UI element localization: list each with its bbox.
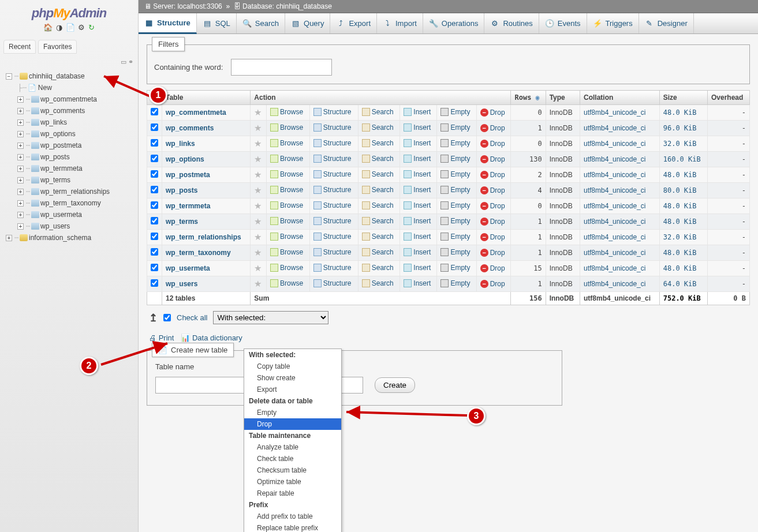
tab-export[interactable]: ⤴Export xyxy=(330,13,377,33)
favorite-icon[interactable]: ★ xyxy=(254,185,262,195)
nav-table[interactable]: +┄ wp_options xyxy=(1,128,137,140)
structure-action[interactable]: Structure xyxy=(313,264,352,272)
with-selected-select[interactable]: With selected: xyxy=(213,311,328,324)
empty-action[interactable]: Empty xyxy=(440,233,470,241)
docs-icon[interactable]: 📄 xyxy=(66,23,75,32)
favorite-icon[interactable]: ★ xyxy=(254,107,262,117)
row-checkbox[interactable] xyxy=(151,123,158,131)
empty-action[interactable]: Empty xyxy=(440,217,470,225)
insert-action[interactable]: Insert xyxy=(404,155,431,163)
col-overhead[interactable]: Overhead xyxy=(707,91,749,105)
row-checkbox[interactable] xyxy=(151,233,158,240)
favorite-icon[interactable]: ★ xyxy=(254,248,262,257)
empty-action[interactable]: Empty xyxy=(440,248,470,256)
row-checkbox[interactable] xyxy=(151,248,158,256)
table-link[interactable]: wp_postmeta xyxy=(166,171,210,179)
drop-action[interactable]: −Drop xyxy=(480,140,505,148)
bc-server-link[interactable]: localhost:3306 xyxy=(177,2,222,10)
structure-action[interactable]: Structure xyxy=(313,217,352,225)
nav-table[interactable]: +┄ wp_terms xyxy=(1,174,137,186)
settings-icon[interactable]: ⚙ xyxy=(78,23,85,32)
tab-routines[interactable]: ⚙Routines xyxy=(484,13,539,33)
nav-table[interactable]: +┄ wp_users xyxy=(1,220,137,232)
dropdown-option[interactable]: Replace table prefix xyxy=(244,522,341,532)
tab-events[interactable]: 🕒Events xyxy=(539,13,587,33)
insert-action[interactable]: Insert xyxy=(404,233,431,241)
logo[interactable]: phpMyAdmin 🏠 ◑ 📄 ⚙ ↻ xyxy=(0,0,138,38)
favorite-icon[interactable]: ★ xyxy=(254,263,262,273)
nav-table[interactable]: +┄ wp_term_taxonomy xyxy=(1,197,137,209)
structure-action[interactable]: Structure xyxy=(313,248,352,256)
insert-action[interactable]: Insert xyxy=(404,123,431,132)
link-icon[interactable]: ⚭ xyxy=(128,58,133,65)
insert-action[interactable]: Insert xyxy=(404,201,431,209)
nav-table[interactable]: +┄ wp_postmeta xyxy=(1,140,137,151)
drop-action[interactable]: −Drop xyxy=(480,233,505,241)
help-icon[interactable]: ◉ xyxy=(536,93,540,102)
search-action[interactable]: Search xyxy=(362,248,394,256)
create-button[interactable]: Create xyxy=(375,377,415,393)
search-action[interactable]: Search xyxy=(362,108,394,116)
drop-action[interactable]: −Drop xyxy=(480,108,505,117)
dropdown-option[interactable]: Drop xyxy=(244,418,341,430)
tab-favorites[interactable]: Favorites xyxy=(38,40,77,54)
browse-action[interactable]: Browse xyxy=(270,155,303,163)
dropdown-option[interactable]: Add prefix to table xyxy=(244,511,341,522)
browse-action[interactable]: Browse xyxy=(270,108,303,116)
favorite-icon[interactable]: ★ xyxy=(254,232,262,242)
dropdown-option[interactable]: Optimize table xyxy=(244,476,341,488)
tab-triggers[interactable]: ⚡Triggers xyxy=(587,13,639,33)
data-dictionary-link[interactable]: 📊 Data dictionary xyxy=(181,334,242,342)
col-rows[interactable]: Rows xyxy=(514,93,531,102)
with-selected-dropdown[interactable]: With selected:Copy tableShow createExpor… xyxy=(244,349,342,532)
empty-action[interactable]: Empty xyxy=(440,108,470,116)
drop-action[interactable]: −Drop xyxy=(480,124,505,132)
row-checkbox[interactable] xyxy=(151,186,158,193)
browse-action[interactable]: Browse xyxy=(270,123,303,132)
check-all-link[interactable]: Check all xyxy=(177,313,207,322)
tab-designer[interactable]: ✎Designer xyxy=(639,13,694,33)
row-checkbox[interactable] xyxy=(151,201,158,209)
search-action[interactable]: Search xyxy=(362,233,394,241)
row-checkbox[interactable] xyxy=(151,155,158,162)
insert-action[interactable]: Insert xyxy=(404,248,431,256)
favorite-icon[interactable]: ★ xyxy=(254,279,262,289)
drop-action[interactable]: −Drop xyxy=(480,171,505,179)
drop-action[interactable]: −Drop xyxy=(480,218,505,226)
favorite-icon[interactable]: ★ xyxy=(254,154,262,164)
col-table[interactable]: Table xyxy=(162,91,251,105)
nav-table[interactable]: +┄ wp_termmeta xyxy=(1,163,137,174)
check-all-box[interactable] xyxy=(163,314,171,321)
favorite-icon[interactable]: ★ xyxy=(254,201,262,211)
structure-action[interactable]: Structure xyxy=(313,139,352,147)
dropdown-option[interactable]: Show create xyxy=(244,372,341,384)
search-action[interactable]: Search xyxy=(362,217,394,225)
nav-table[interactable]: +┄ wp_posts xyxy=(1,151,137,163)
empty-action[interactable]: Empty xyxy=(440,139,470,147)
tab-import[interactable]: ⤵Import xyxy=(377,13,423,33)
insert-action[interactable]: Insert xyxy=(404,170,431,178)
table-link[interactable]: wp_options xyxy=(166,155,204,163)
structure-action[interactable]: Structure xyxy=(313,201,352,209)
browse-action[interactable]: Browse xyxy=(270,139,303,147)
drop-action[interactable]: −Drop xyxy=(480,202,505,210)
col-type[interactable]: Type xyxy=(546,91,580,105)
structure-action[interactable]: Structure xyxy=(313,233,352,241)
row-checkbox[interactable] xyxy=(151,279,158,287)
favorite-icon[interactable]: ★ xyxy=(254,170,262,179)
browse-action[interactable]: Browse xyxy=(270,264,303,272)
table-link[interactable]: wp_term_taxonomy xyxy=(166,249,231,257)
tab-operations[interactable]: 🔧Operations xyxy=(423,13,485,33)
tab-recent[interactable]: Recent xyxy=(3,40,36,54)
browse-action[interactable]: Browse xyxy=(270,279,303,287)
empty-action[interactable]: Empty xyxy=(440,155,470,163)
favorite-icon[interactable]: ★ xyxy=(254,123,262,133)
structure-action[interactable]: Structure xyxy=(313,108,352,116)
col-size[interactable]: Size xyxy=(659,91,707,105)
search-action[interactable]: Search xyxy=(362,201,394,209)
empty-action[interactable]: Empty xyxy=(440,264,470,272)
home-icon[interactable]: 🏠 xyxy=(43,23,53,32)
empty-action[interactable]: Empty xyxy=(440,201,470,209)
table-link[interactable]: wp_users xyxy=(166,280,197,288)
nav-table[interactable]: +┄ wp_comments xyxy=(1,105,137,117)
